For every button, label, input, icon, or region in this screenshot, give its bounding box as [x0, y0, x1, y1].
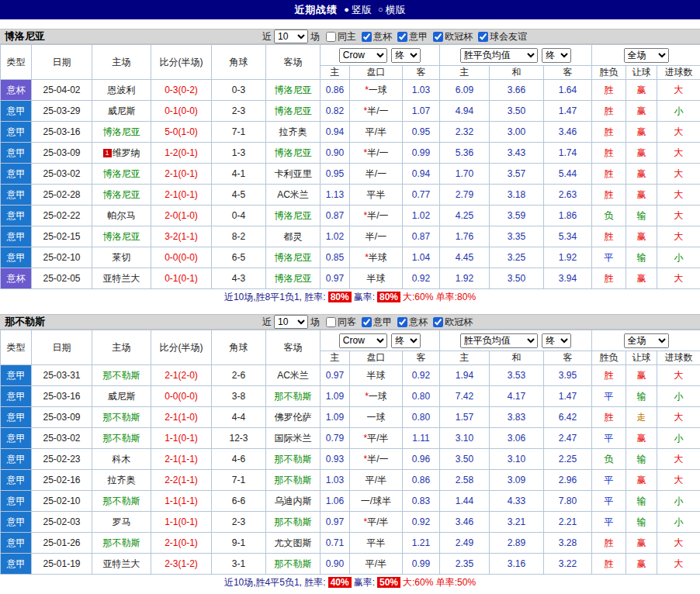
date-cell: 25-02-23	[32, 449, 92, 470]
away-team-name[interactable]: 拉齐奥	[279, 126, 307, 137]
filter-checkbox[interactable]: 球会友谊	[474, 30, 527, 43]
away-team-name[interactable]: 那不勒斯	[275, 558, 312, 569]
home-team-name[interactable]: 亚特兰大	[103, 558, 140, 569]
bookmaker-select[interactable]: Crow	[339, 333, 387, 348]
home-team-name[interactable]: 恩波利	[108, 85, 136, 95]
home-team-name[interactable]: 拉齐奥	[108, 475, 136, 485]
home-team-name[interactable]: 莱切	[113, 252, 131, 263]
odds-final-select[interactable]: 终	[391, 333, 421, 348]
recent-count-select[interactable]: 10	[274, 315, 308, 329]
filter-checkbox[interactable]: 意甲	[358, 316, 392, 329]
home-team-name[interactable]: 博洛尼亚	[103, 231, 140, 242]
odds-final-select[interactable]: 终	[391, 48, 421, 63]
home-team-name[interactable]: 那不勒斯	[103, 496, 140, 506]
checkbox-input[interactable]	[433, 317, 443, 327]
home-team-name[interactable]: 博洛尼亚	[103, 126, 140, 137]
home-team-name[interactable]: 那不勒斯	[103, 370, 140, 381]
away-team-name[interactable]: 国际米兰	[275, 433, 312, 444]
filter-checkbox[interactable]: 意甲	[393, 30, 428, 43]
layout-radio-vertical[interactable]: ● 竖版	[344, 3, 372, 17]
layout-radio-horizontal[interactable]: ○ 横版	[378, 3, 406, 17]
away-team-name[interactable]: 佛罗伦萨	[275, 412, 312, 423]
avg-header-group: 胜平负均值 终	[440, 330, 592, 351]
odds-home-cell: 0.94	[321, 122, 350, 143]
avg-header-group: 胜平负均值 终	[440, 45, 592, 66]
home-team-name[interactable]: 科木	[113, 454, 131, 464]
goals-cell: 小	[657, 428, 700, 449]
date-cell: 25-02-10	[32, 247, 92, 268]
away-team-name[interactable]: AC米兰	[277, 189, 309, 200]
games-label: 场	[310, 30, 320, 43]
away-team-name[interactable]: 博洛尼亚	[275, 273, 312, 284]
scope-select[interactable]: 全场	[624, 333, 669, 348]
avg-away-cell: 3.28	[544, 533, 592, 554]
handicap-cell: *平/半	[350, 512, 403, 533]
away-team-name[interactable]: 那不勒斯	[275, 391, 312, 402]
corners-cell: 2-3	[212, 101, 266, 122]
away-team-name[interactable]: AC米兰	[277, 370, 309, 381]
home-team-name[interactable]: 帕尔马	[108, 210, 136, 221]
league-cell: 意甲	[1, 143, 32, 164]
away-team-name[interactable]: 乌迪内斯	[275, 496, 312, 506]
avg-away-cell: 3.46	[544, 122, 592, 143]
checkbox-input[interactable]	[326, 317, 336, 327]
date-cell: 25-01-26	[32, 533, 92, 554]
filter-checkbox[interactable]: 同客	[322, 316, 356, 329]
away-team-name[interactable]: 博洛尼亚	[275, 252, 312, 263]
avg-select[interactable]: 胜平负均值	[460, 48, 538, 63]
bookmaker-select[interactable]: Crow	[339, 48, 387, 63]
odds-away-cell: 0.99	[403, 143, 440, 164]
away-team-cell: 博洛尼亚	[266, 247, 321, 268]
home-team-name[interactable]: 亚特兰大	[103, 273, 140, 284]
avg-select[interactable]: 胜平负均值	[460, 333, 538, 348]
home-team-name[interactable]: 威尼斯	[108, 391, 136, 402]
odds-header-group: Crow 终	[321, 45, 440, 66]
rank-badge: 1	[103, 149, 112, 157]
home-team-name[interactable]: 那不勒斯	[103, 412, 140, 423]
home-team-name[interactable]: 维罗纳	[113, 147, 140, 158]
avg-final-select[interactable]: 终	[542, 333, 571, 348]
avg-home-cell: 1.44	[440, 491, 490, 512]
home-team-name[interactable]: 那不勒斯	[103, 537, 140, 548]
filter-checkbox[interactable]: 意杯	[393, 316, 428, 329]
away-team-name[interactable]: 尤文图斯	[275, 537, 312, 548]
home-team-name[interactable]: 那不勒斯	[103, 433, 140, 444]
filter-checkbox[interactable]: 同主	[322, 30, 356, 43]
checkbox-input[interactable]	[397, 317, 407, 327]
result-cell: 胜	[592, 101, 626, 122]
away-team-name[interactable]: 博洛尼亚	[275, 85, 312, 95]
home-team-name[interactable]: 威尼斯	[108, 105, 136, 116]
away-team-name[interactable]: 卡利亚里	[275, 168, 312, 179]
avg-draw-cell: 3.53	[490, 365, 544, 386]
home-team-name[interactable]: 罗马	[113, 516, 131, 527]
away-team-name[interactable]: 博洛尼亚	[275, 105, 312, 116]
checkbox-input[interactable]	[397, 32, 407, 42]
league-cell: 意甲	[1, 365, 32, 386]
home-team-name[interactable]: 博洛尼亚	[103, 168, 140, 179]
away-team-name[interactable]: 博洛尼亚	[275, 147, 312, 158]
recent-count-select[interactable]: 10	[274, 29, 308, 43]
avg-final-select[interactable]: 终	[542, 48, 571, 63]
odds-home-cell: 0.90	[321, 554, 350, 575]
filter-checkbox[interactable]: 欧冠杯	[429, 30, 473, 43]
checkbox-input[interactable]	[478, 32, 488, 42]
checkbox-input[interactable]	[362, 32, 372, 42]
away-team-name[interactable]: 博洛尼亚	[275, 210, 312, 221]
away-team-cell: 那不勒斯	[266, 386, 321, 407]
checkbox-input[interactable]	[326, 32, 336, 42]
filter-checkbox[interactable]: 欧冠杯	[429, 316, 473, 329]
col-result: 胜负	[592, 351, 626, 365]
summary-row: 近10场,胜8平1负1, 胜率: 80% 赢率: 80% 大:60% 单率:80…	[0, 289, 700, 305]
summary-segment: 大:60% 单率:80%	[403, 291, 476, 304]
checkbox-input[interactable]	[362, 317, 372, 327]
scope-select[interactable]: 全场	[624, 48, 669, 63]
away-team-name[interactable]: 那不勒斯	[275, 475, 312, 485]
away-team-name[interactable]: 那不勒斯	[275, 516, 312, 527]
checkbox-input[interactable]	[433, 32, 443, 42]
filter-checkbox[interactable]: 意杯	[358, 30, 392, 43]
scope-header-group: 全场	[592, 45, 700, 66]
away-team-name[interactable]: 那不勒斯	[275, 454, 312, 464]
away-team-name[interactable]: 都灵	[284, 231, 303, 242]
avg-home-cell: 6.09	[440, 80, 490, 101]
home-team-name[interactable]: 博洛尼亚	[103, 189, 140, 200]
